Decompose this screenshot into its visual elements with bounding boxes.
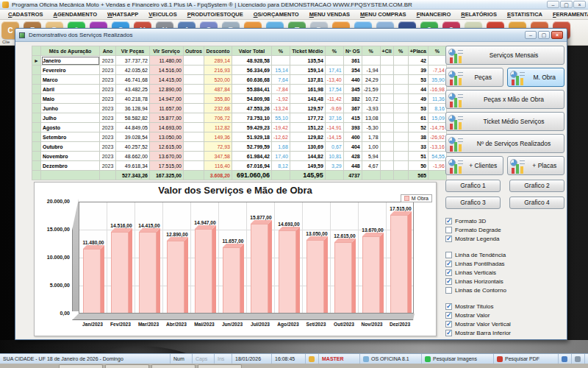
col-ano[interactable]: Ano bbox=[100, 46, 116, 56]
checkbox-mostrar-valor[interactable]: Mostrar Valor bbox=[445, 311, 564, 319]
cell: 11.657,00 bbox=[150, 104, 184, 113]
table-row-janeiro[interactable]: ►Janeiro202337.737,7211.480,00289,1448.9… bbox=[32, 56, 447, 66]
table-row-maio[interactable]: Maio202340.218,7814.947,00355,8054.809,9… bbox=[32, 94, 447, 104]
bottom-tab[interactable] bbox=[151, 364, 196, 368]
checkbox-mostrar-barra-inferior[interactable]: Mostrar Barra Inferior bbox=[445, 328, 564, 337]
col-vlr-pe-as[interactable]: Vlr Peças bbox=[116, 46, 150, 56]
cell bbox=[32, 66, 41, 75]
n-de-servi-os-realizados-button[interactable]: Nº de Serviços Realizados bbox=[445, 134, 564, 153]
menu-item-produto-estoque[interactable]: PRODUTO/ESTOQUE bbox=[182, 11, 248, 18]
col-[interactable]: % bbox=[362, 46, 380, 56]
menu-item-relat-rios[interactable]: RELATÓRIOS bbox=[456, 11, 502, 18]
table-row-abril[interactable]: Abril202343.482,2512.890,00487,8455.884,… bbox=[32, 85, 447, 94]
col-[interactable]: % bbox=[429, 46, 447, 56]
table-row-julho[interactable]: Julho202358.582,8215.877,00706,7273.753,… bbox=[32, 113, 447, 123]
col-placa[interactable]: +Placa bbox=[408, 46, 428, 56]
checkbox-box[interactable] bbox=[445, 287, 452, 294]
table-row-fevereiro[interactable]: Fevereiro202342.035,6214.516,00216,9356.… bbox=[32, 66, 447, 75]
search-pdf-button[interactable]: Pesquisar PDF bbox=[494, 354, 559, 364]
col-ticket-m-dio[interactable]: Ticket Médio bbox=[290, 46, 325, 56]
cell bbox=[184, 161, 204, 171]
checkbox-mostrar-valor-vertical[interactable]: Mostrar Valor Vertical bbox=[445, 319, 564, 328]
checkbox-box[interactable] bbox=[445, 236, 452, 242]
dialog-minimize-button[interactable]: – bbox=[525, 31, 537, 39]
x-tick: Abr/2023 bbox=[162, 322, 190, 327]
checkbox-formato-degrade[interactable]: Formato Degrade bbox=[445, 225, 564, 234]
clientes-button[interactable]: + Clientes bbox=[445, 156, 503, 175]
col-vlr-servi-o[interactable]: Vlr Serviço bbox=[150, 46, 184, 56]
menu-item-whatsapp[interactable]: WHATSAPP bbox=[102, 11, 143, 18]
checkbox-box[interactable] bbox=[445, 218, 452, 224]
col-[interactable]: % bbox=[393, 46, 408, 56]
bottom-tab[interactable] bbox=[105, 364, 149, 368]
checkbox-box[interactable] bbox=[445, 321, 452, 328]
col-n-os[interactable]: Nº OS bbox=[343, 46, 362, 56]
checkbox-linhas-de-contorno[interactable]: Linhas de Contorno bbox=[445, 286, 564, 294]
search-images-button[interactable]: Pesquisar Imagens bbox=[422, 354, 494, 364]
m-obra-button[interactable]: M. Obra bbox=[507, 68, 565, 87]
table-row-novembro[interactable]: Novembro202348.662,0013.670,00347,5861.9… bbox=[32, 152, 447, 161]
col-m-s-de-apura-o[interactable]: Mês de Apuração bbox=[41, 46, 100, 56]
maximize-button[interactable]: ▢ bbox=[560, 1, 573, 8]
table-row-outubro[interactable]: Outubro202340.257,5212.615,0072,9352.799… bbox=[32, 142, 447, 152]
checkbox-box[interactable] bbox=[445, 278, 452, 285]
grafico-1-button[interactable]: Grafico 1 bbox=[445, 180, 501, 192]
placas-button[interactable]: + Placas bbox=[507, 156, 565, 175]
checkbox-mostrar-titulos[interactable]: Mostrar Titulos bbox=[445, 302, 564, 311]
checkbox-box[interactable] bbox=[445, 330, 452, 336]
checkbox-linha-de-tend-ncia[interactable]: Linha de Tendência bbox=[445, 250, 564, 259]
checkbox-box[interactable] bbox=[445, 261, 452, 267]
menu-item-financeiro[interactable]: FINANCEIRO bbox=[412, 11, 456, 18]
table-row-agosto[interactable]: Agosto202344.849,0514.693,00112,8259.429… bbox=[32, 123, 447, 132]
bar-out-2023 bbox=[334, 238, 356, 313]
checkbox-formato-3d[interactable]: Formato 3D bbox=[445, 216, 564, 225]
table-row-dezembro[interactable]: Dezembro202349.618,3417.515,00116,4067.0… bbox=[32, 161, 447, 171]
menu-item-estatistica[interactable]: ESTATISTICA bbox=[502, 11, 548, 18]
checkbox-box[interactable] bbox=[445, 269, 452, 276]
grafico-4-button[interactable]: Grafico 4 bbox=[509, 197, 564, 209]
cell bbox=[429, 56, 447, 66]
table-row-setembro[interactable]: Setembro202339.028,5413.050,00149,3651.9… bbox=[32, 132, 447, 142]
servi-os-mensais-button[interactable]: Serviços Mensais bbox=[445, 46, 564, 65]
button-label: + Placas bbox=[532, 162, 556, 169]
menu-item-cadastros[interactable]: CADASTROS bbox=[3, 11, 49, 18]
menu-item-agendamento[interactable]: AGENDAMENTO bbox=[49, 11, 102, 18]
cell: 10,72 bbox=[362, 94, 380, 104]
grafico-2-button[interactable]: Grafico 2 bbox=[509, 180, 564, 192]
dialog-close-button[interactable]: × bbox=[551, 31, 563, 39]
grafico-3-button[interactable]: Grafico 3 bbox=[445, 197, 501, 209]
col-cli[interactable]: +Cli bbox=[380, 46, 393, 56]
checkbox-mostrar-legenda[interactable]: Mostrar Legenda bbox=[445, 234, 564, 243]
menu-item-menu-compras[interactable]: MENU COMPRAS bbox=[355, 11, 412, 18]
pe-as-button[interactable]: Peças bbox=[445, 68, 503, 87]
checkbox-linhas-horizontais[interactable]: Linhas Horizontais bbox=[445, 277, 564, 286]
bottom-tab[interactable] bbox=[198, 364, 242, 368]
checkbox-box[interactable] bbox=[445, 303, 452, 310]
table-row-marco[interactable]: Marco202346.741,6814.415,00520,0060.636,… bbox=[32, 75, 447, 85]
checkbox-linhas-pontilhadas[interactable]: Linhas Pontilhadas bbox=[445, 259, 564, 268]
menu-item-os-or-amento[interactable]: OS/ORÇAMENTO bbox=[248, 11, 304, 18]
close-button[interactable]: × bbox=[573, 1, 586, 8]
checkbox-box[interactable] bbox=[445, 252, 452, 258]
dialog-maximize-button[interactable]: ▢ bbox=[538, 31, 550, 39]
col-[interactable]: % bbox=[272, 46, 290, 56]
col-outros[interactable]: Outros bbox=[184, 46, 204, 56]
minimize-button[interactable]: – bbox=[547, 1, 559, 8]
cell: 2023 bbox=[100, 85, 116, 94]
menu-item-menu-vendas[interactable]: MENU VENDAS bbox=[304, 11, 355, 18]
col-valor-total[interactable]: Valor Total bbox=[232, 46, 272, 56]
table-row-junho[interactable]: Junho202336.128,9411.657,00232,6847.553,… bbox=[32, 104, 447, 113]
cell: -26,92 bbox=[429, 132, 447, 142]
col-selector[interactable] bbox=[32, 46, 41, 56]
bar-value-label: 15.877,00 bbox=[250, 215, 271, 220]
checkbox-box[interactable] bbox=[445, 227, 452, 233]
menu-item-ferramentas[interactable]: FERRAMENTAS bbox=[548, 11, 588, 18]
bottom-tab[interactable] bbox=[59, 364, 103, 368]
checkbox-linhas-verticais[interactable]: Linhas Verticais bbox=[445, 268, 564, 277]
ticket-m-dio-servi-os-button[interactable]: Ticket Médio Serviços bbox=[445, 112, 564, 131]
col-[interactable]: % bbox=[325, 46, 343, 56]
col-desconto[interactable]: Desconto bbox=[204, 46, 232, 56]
pe-as-x-m-o-de-obra-button[interactable]: Peças x Mão de Obra bbox=[445, 90, 564, 109]
menu-item-veiculos[interactable]: VEICULOS bbox=[143, 11, 182, 18]
checkbox-box[interactable] bbox=[445, 312, 452, 319]
